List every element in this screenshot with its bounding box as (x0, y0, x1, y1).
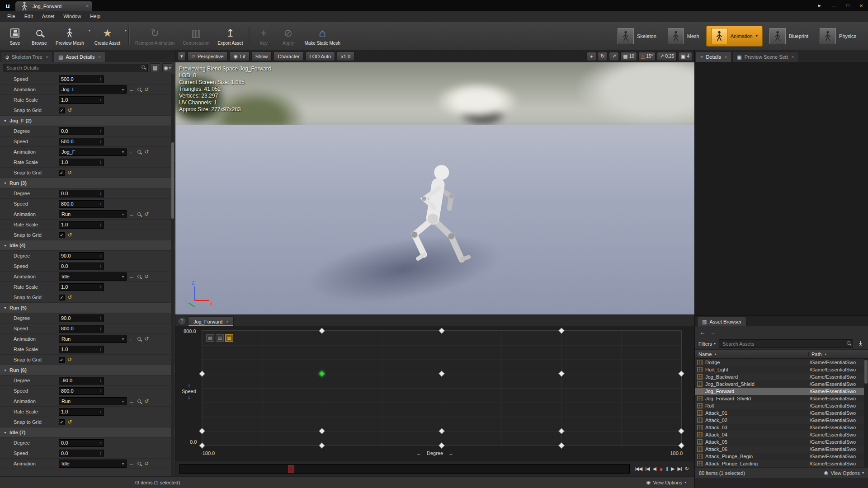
property-row[interactable]: ▼ Speed 800.0 ↕ 800.0 (0, 324, 175, 334)
toolbar-button[interactable]: Browse ▾ (27, 23, 52, 49)
use-selected-icon[interactable]: ← (129, 399, 134, 404)
blendspace-sample[interactable] (319, 328, 325, 334)
property-row[interactable]: ▼ Animation Run ↕ Run (0, 334, 175, 344)
property-row[interactable]: ▼ Rate Scale 1.0 ↕ 1.0 (0, 157, 175, 168)
menu-item[interactable]: File (3, 12, 20, 21)
column-name[interactable]: Name ▲ (695, 352, 808, 357)
view-filter-button[interactable]: ◉ ▾ (162, 63, 172, 72)
group-expand-icon[interactable]: ▼ (4, 369, 7, 372)
snap-checkbox[interactable]: ✓ (59, 419, 65, 425)
plot-tool-button[interactable]: ▤ (216, 334, 224, 342)
animation-dropdown[interactable]: Jog_L ▾ (59, 85, 127, 94)
toolbar-button[interactable]: ▾ (128, 27, 129, 45)
plot-tool-button[interactable]: ▦ (225, 334, 233, 342)
property-row[interactable]: ▼ Snap to Grid ↕ (0, 105, 175, 116)
property-row[interactable]: ▼ Degree 0.0 ↕ 0.0 (0, 188, 175, 199)
column-path[interactable]: Path ▲ (808, 352, 868, 357)
pause-icon[interactable]: ‖ (666, 466, 668, 472)
number-input[interactable]: 1.0 ↕ (59, 408, 104, 416)
close-icon[interactable]: × (86, 4, 89, 9)
spinner-icon[interactable]: ↕ (100, 191, 102, 196)
help-icon[interactable]: ? (179, 318, 185, 324)
close-icon[interactable]: × (725, 55, 727, 59)
blendspace-sample[interactable] (439, 328, 445, 334)
spinner-icon[interactable]: ↕ (100, 389, 102, 393)
number-input[interactable]: 1.0 ↕ (59, 221, 104, 229)
spinner-icon[interactable]: ↕ (100, 202, 102, 206)
property-row[interactable]: ▼ Idle (4) ↕ (0, 240, 175, 251)
reset-icon[interactable]: ↺ (144, 273, 149, 280)
reset-icon[interactable]: ↺ (67, 357, 72, 363)
group-expand-icon[interactable]: ▼ (4, 306, 7, 310)
menu-item[interactable]: Window (59, 12, 85, 21)
property-row[interactable]: ▼ Degree 90.0 ↕ 90.0 (0, 313, 175, 324)
number-input[interactable]: 90.0 ↕ (59, 314, 104, 322)
animation-dropdown[interactable]: Idle ▾ (59, 460, 127, 468)
group-expand-icon[interactable]: ▼ (4, 119, 7, 122)
spinner-icon[interactable]: ↕ (100, 222, 102, 227)
blendspace-sample[interactable] (319, 371, 325, 377)
blendspace-sample[interactable] (439, 428, 445, 434)
property-row[interactable]: ▼ Snap to Grid ↕ (0, 417, 175, 427)
number-input[interactable]: 1.0 ↕ (59, 283, 104, 291)
blendspace-sample[interactable] (319, 428, 325, 434)
forward-button[interactable]: → (710, 329, 716, 336)
scrollbar-thumb[interactable] (864, 360, 868, 384)
step-back-icon[interactable]: |◀ (645, 466, 649, 472)
number-input[interactable]: 800.0 ↕ (59, 200, 104, 208)
search-assets-box[interactable] (719, 339, 853, 348)
asset-row[interactable]: Attack_04 /Game/EssentialSwo (695, 431, 868, 438)
toolbar-button[interactable]: ⊘ Apply ▾ (276, 23, 300, 49)
toolbar-button[interactable]: Save ▾ (3, 23, 27, 49)
reset-icon[interactable]: ↺ (67, 294, 72, 300)
maximize-button[interactable]: □ (841, 0, 854, 11)
property-row[interactable]: ▼ Speed 800.0 ↕ 800.0 (0, 386, 175, 396)
animation-dropdown[interactable]: Run ▾ (59, 397, 127, 405)
browse-to-asset-icon[interactable] (137, 88, 141, 91)
blendspace-plot[interactable]: ▧ ▤ ▦ (202, 330, 682, 446)
asset-row[interactable]: Jog_Forward_Shield /Game/EssentialSwo (695, 395, 868, 402)
use-selected-icon[interactable]: ← (129, 461, 134, 466)
spinner-icon[interactable]: ↕ (100, 326, 102, 331)
asset-row[interactable]: Jog_Backward_Shield /Game/EssentialSwo (695, 380, 868, 388)
use-selected-icon[interactable]: ← (129, 87, 134, 92)
property-row[interactable]: ▼ Run (5) ↕ (0, 303, 175, 313)
property-row[interactable]: ▼ Speed 500.0 ↕ 500.0 (0, 74, 175, 84)
scrollbar[interactable] (864, 359, 868, 467)
timeline-track[interactable] (179, 464, 630, 474)
spinner-icon[interactable]: ↕ (100, 409, 102, 414)
property-row[interactable]: ▼ Speed 800.0 ↕ 800.0 (0, 199, 175, 209)
asset-row[interactable]: Jog_Backward /Game/EssentialSwo (695, 373, 868, 380)
property-row[interactable]: ▼ Animation Run ↕ Run (0, 209, 175, 220)
chevron-down-icon[interactable]: ▾ (756, 34, 758, 38)
timeline-playhead[interactable] (288, 465, 294, 473)
spinner-icon[interactable]: ↕ (100, 285, 102, 289)
search-details-input[interactable] (3, 64, 148, 72)
spinner-icon[interactable]: ↕ (100, 77, 102, 81)
toolbar-button[interactable]: ⌂ Make Static Mesh ▾ (300, 23, 344, 49)
number-input[interactable]: 0.0 ↕ (59, 127, 104, 135)
property-row[interactable]: ▼ Jog_F (2) ↕ (0, 116, 175, 126)
spinner-icon[interactable]: ↕ (100, 253, 102, 258)
reset-icon[interactable]: ↺ (67, 107, 72, 113)
viewport-toolbar-button[interactable]: x1.0 (337, 52, 354, 61)
property-row[interactable]: ▼ Rate Scale 1.0 ↕ 1.0 (0, 344, 175, 355)
reset-icon[interactable]: ↺ (144, 211, 149, 217)
scrollbar-thumb[interactable] (171, 142, 174, 219)
use-selected-icon[interactable]: ← (129, 274, 134, 279)
property-row[interactable]: ▼ Idle (7) ↕ (0, 427, 175, 438)
viewport-toolbar-button[interactable]: Character (274, 52, 303, 61)
number-input[interactable]: 0.0 ↕ (59, 190, 104, 197)
reset-icon[interactable]: ↺ (67, 169, 72, 176)
browse-to-asset-icon[interactable] (137, 150, 141, 154)
loop-icon[interactable]: ↻ (685, 466, 689, 472)
snap-checkbox[interactable]: ✓ (59, 357, 65, 363)
close-icon[interactable]: × (46, 55, 48, 59)
asset-row[interactable]: Attack_06 /Game/EssentialSwo (695, 446, 868, 453)
viewport-toolbar-button[interactable]: ▾ (178, 52, 186, 61)
asset-row[interactable]: Attack_01 /Game/EssentialSwo (695, 409, 868, 417)
reset-icon[interactable]: ↺ (144, 86, 149, 93)
reset-icon[interactable]: ↺ (144, 460, 149, 467)
property-row[interactable]: ▼ Rate Scale 1.0 ↕ 1.0 (0, 282, 175, 292)
viewport-snap-button[interactable]: ↗ (609, 52, 619, 61)
